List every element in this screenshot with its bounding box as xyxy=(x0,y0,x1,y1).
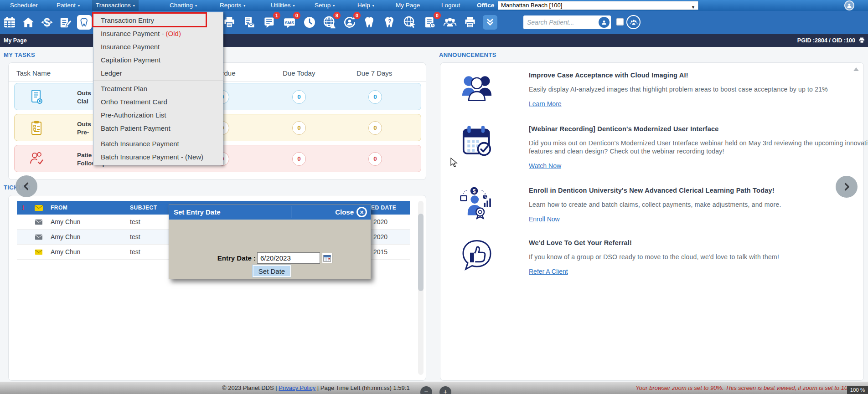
sms-badge: 0 xyxy=(293,12,300,19)
office-select[interactable]: Manhattan Beach [100] ▼ xyxy=(498,1,698,10)
claims-document-icon[interactable] xyxy=(242,15,257,30)
fax-printer-icon[interactable] xyxy=(222,15,237,30)
time-clock-icon[interactable] xyxy=(302,15,317,30)
due-today-count[interactable]: 0 xyxy=(292,152,306,166)
scroll-up-icon[interactable] xyxy=(853,67,859,71)
tickler-scrollbar[interactable] xyxy=(418,201,424,375)
chevron-down-icon: ▾ xyxy=(195,0,197,11)
chevron-down-icon: ▾ xyxy=(78,0,80,11)
web-cursor-icon[interactable] xyxy=(402,15,418,30)
tooth-icon xyxy=(77,15,92,30)
col-task-name: Task Name xyxy=(16,69,51,77)
nav-patient[interactable]: Patient▾ xyxy=(53,0,83,11)
due-today-count[interactable]: 0 xyxy=(292,121,306,135)
learn-more-link[interactable]: Learn More xyxy=(529,100,562,107)
announcement-body: Did you miss out on Denticon's Modernize… xyxy=(529,139,868,155)
footer-bar: © 2023 Planet DDS | Privacy Policy | Pag… xyxy=(0,382,868,394)
entry-date-field[interactable] xyxy=(257,252,320,264)
carousel-prev-button[interactable] xyxy=(16,175,37,197)
nav-help[interactable]: Help▾ xyxy=(354,0,378,11)
menu-insurance-payment[interactable]: Insurance Payment xyxy=(93,40,223,53)
nav-scheduler[interactable]: Scheduler xyxy=(6,0,41,11)
patient-group-icon[interactable] xyxy=(442,15,458,30)
menu-ortho-treatment-card[interactable]: Ortho Treatment Card xyxy=(93,95,223,108)
charting-tooth-icon[interactable] xyxy=(77,15,92,30)
nav-label: Logout xyxy=(441,0,460,11)
sms-icon[interactable]: SMS 0 xyxy=(282,15,297,30)
from-cell: Amy Chun xyxy=(48,233,125,240)
zoom-level-badge: 100 % xyxy=(847,386,868,394)
due-7-days-count[interactable]: 0 xyxy=(368,121,382,135)
my-tasks-section-title: MY TASKS xyxy=(4,51,35,58)
nav-setup[interactable]: Setup▾ xyxy=(311,0,338,11)
patient-select-checkbox[interactable] xyxy=(616,18,624,26)
schedule-calendar-icon[interactable] xyxy=(2,15,17,30)
menu-batch-insurance-payment-new[interactable]: Batch Insurance Payment - (New) xyxy=(93,150,223,164)
patient-sync-icon[interactable]: 0 xyxy=(342,15,357,30)
menu-capitation-payment[interactable]: Capitation Payment xyxy=(93,53,223,67)
due-7-days-count[interactable]: 0 xyxy=(368,90,382,104)
watch-now-link[interactable]: Watch Now xyxy=(529,162,561,169)
due-today-count[interactable]: 0 xyxy=(292,90,306,104)
tooth-question-icon[interactable]: ? xyxy=(382,15,398,30)
office-label: Office xyxy=(473,0,498,11)
refer-a-client-link[interactable]: Refer A Client xyxy=(529,268,568,275)
menu-ledger[interactable]: Ledger xyxy=(93,67,223,80)
thumbs-up-icon xyxy=(456,237,498,274)
chevron-down-icon: ▾ xyxy=(372,0,374,11)
transactions-dollar-icon[interactable]: $ xyxy=(39,15,55,30)
close-button[interactable]: Close × xyxy=(335,205,367,220)
nav-transactions[interactable]: Transactions▾ xyxy=(92,0,139,11)
print-page-icon[interactable] xyxy=(858,37,865,46)
messages-document-icon[interactable]: 1 xyxy=(262,15,277,30)
tooth-icon[interactable] xyxy=(362,15,377,30)
set-date-button[interactable]: Set Date xyxy=(253,265,291,277)
calendar-picker-icon[interactable] xyxy=(322,253,332,263)
set-entry-date-dialog: Set Entry Date Close × Entry Date : Set … xyxy=(169,204,371,279)
menu-divider xyxy=(93,81,223,81)
privacy-policy-link[interactable]: Privacy Policy xyxy=(279,384,315,391)
menu-transaction-entry[interactable]: Transaction Entry xyxy=(93,14,223,27)
dialog-header[interactable]: Set Entry Date Close × xyxy=(169,205,371,220)
task-list-icon[interactable]: 0 xyxy=(422,15,438,30)
support-icon[interactable] xyxy=(844,0,854,10)
home-icon[interactable] xyxy=(21,15,36,30)
patient-group-circle-icon[interactable] xyxy=(626,15,641,29)
nav-logout[interactable]: Logout xyxy=(438,0,464,11)
scrollbar-thumb[interactable] xyxy=(418,214,424,291)
due-7-days-count[interactable]: 0 xyxy=(368,152,382,166)
person-learning-icon: $ xyxy=(456,185,498,220)
nav-reports[interactable]: Reports▾ xyxy=(216,0,249,11)
online-users-globe-icon[interactable]: 8 xyxy=(322,15,337,30)
col-from[interactable]: FROM xyxy=(48,205,125,211)
svg-text:$: $ xyxy=(473,188,476,194)
menu-pre-authorization-list[interactable]: Pre-Authorization List xyxy=(93,108,223,122)
carousel-next-button[interactable] xyxy=(836,176,858,198)
task-name-line1: Outs xyxy=(77,89,91,97)
session-info: PGID :2804 / OID :100 xyxy=(797,34,855,47)
enroll-now-link[interactable]: Enroll Now xyxy=(529,215,560,223)
menu-divider xyxy=(93,136,223,136)
task-name-line2: Pre- xyxy=(77,128,89,136)
nav-label: Charting xyxy=(170,0,193,11)
menu-batch-patient-payment[interactable]: Batch Patient Payment xyxy=(93,122,223,135)
zoom-in-button[interactable]: + xyxy=(439,386,451,394)
svg-text:$: $ xyxy=(44,16,50,29)
nav-utilities[interactable]: Utilities▾ xyxy=(267,0,299,11)
print-icon[interactable] xyxy=(462,15,478,30)
nav-charting[interactable]: Charting▾ xyxy=(166,0,201,11)
collapse-toolbar-icon[interactable] xyxy=(482,15,498,30)
menu-treatment-plan[interactable]: Treatment Plan xyxy=(93,82,223,95)
entry-date-label: Entry Date : xyxy=(208,254,256,262)
menu-insurance-payment-old[interactable]: Insurance Payment - (Old) xyxy=(93,27,223,40)
notes-edit-icon[interactable] xyxy=(58,15,73,30)
col-due-7-days: Due 7 Days xyxy=(356,69,392,77)
menu-batch-insurance-payment[interactable]: Batch Insurance Payment xyxy=(93,137,223,150)
zoom-out-button[interactable]: − xyxy=(420,386,432,394)
chevron-down-icon: ▾ xyxy=(293,0,295,11)
search-patient-icon[interactable] xyxy=(599,17,610,28)
close-icon: × xyxy=(356,207,367,217)
chevron-down-icon: ▼ xyxy=(691,3,695,11)
search-input[interactable] xyxy=(527,16,598,28)
nav-my-page[interactable]: My Page xyxy=(392,0,424,11)
